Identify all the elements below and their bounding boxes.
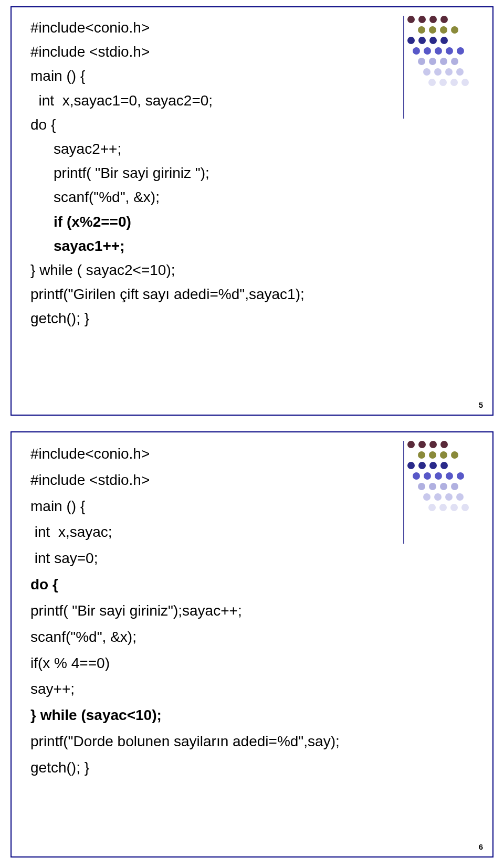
code-line: #include<conio.h> bbox=[30, 16, 398, 40]
code-line: getch(); } bbox=[30, 306, 398, 331]
code-line: if(x % 4==0) bbox=[30, 650, 398, 676]
code-line: printf( "Bir sayi giriniz "); bbox=[30, 161, 398, 185]
code-line: int x,sayac; bbox=[30, 519, 398, 545]
code-line: sayac2++; bbox=[30, 137, 398, 161]
code-block-2: #include<conio.h> #include <stdio.h> mai… bbox=[30, 441, 398, 781]
decorative-vline bbox=[403, 16, 404, 119]
code-line: printf("Dorde bolunen sayiların adedi=%d… bbox=[30, 728, 398, 755]
decorative-dot-grid bbox=[407, 16, 481, 89]
code-block-1: #include<conio.h> #include <stdio.h> mai… bbox=[30, 16, 398, 331]
code-line: main () { bbox=[30, 64, 398, 88]
decorative-dot-grid bbox=[407, 441, 481, 514]
slide-2: #include<conio.h> #include <stdio.h> mai… bbox=[10, 431, 494, 858]
code-line: do { bbox=[30, 571, 398, 598]
code-line: scanf("%d", &x); bbox=[30, 624, 398, 650]
code-line: int x,sayac1=0, sayac2=0; bbox=[30, 89, 398, 113]
code-line: } while (sayac<10); bbox=[30, 702, 398, 728]
code-line: int say=0; bbox=[30, 545, 398, 571]
page-number: 5 bbox=[479, 400, 483, 409]
code-line: scanf("%d", &x); bbox=[30, 185, 398, 209]
code-line: sayac1++; bbox=[30, 234, 398, 258]
code-line: if (x%2==0) bbox=[30, 210, 398, 234]
code-line: printf("Girilen çift sayı adedi=%d",saya… bbox=[30, 282, 398, 306]
code-line: #include<conio.h> bbox=[30, 441, 398, 467]
code-line: getch(); } bbox=[30, 755, 398, 781]
slide-1: #include<conio.h> #include <stdio.h> mai… bbox=[10, 6, 494, 416]
code-line: do { bbox=[30, 113, 398, 137]
code-line: main () { bbox=[30, 493, 398, 520]
code-line: printf( "Bir sayi giriniz");sayac++; bbox=[30, 598, 398, 624]
code-line: #include <stdio.h> bbox=[30, 467, 398, 493]
code-line: } while ( sayac2<=10); bbox=[30, 258, 398, 282]
code-line: say++; bbox=[30, 676, 398, 702]
decorative-vline bbox=[403, 441, 404, 544]
code-line: #include <stdio.h> bbox=[30, 40, 398, 64]
page-number: 6 bbox=[479, 842, 483, 851]
